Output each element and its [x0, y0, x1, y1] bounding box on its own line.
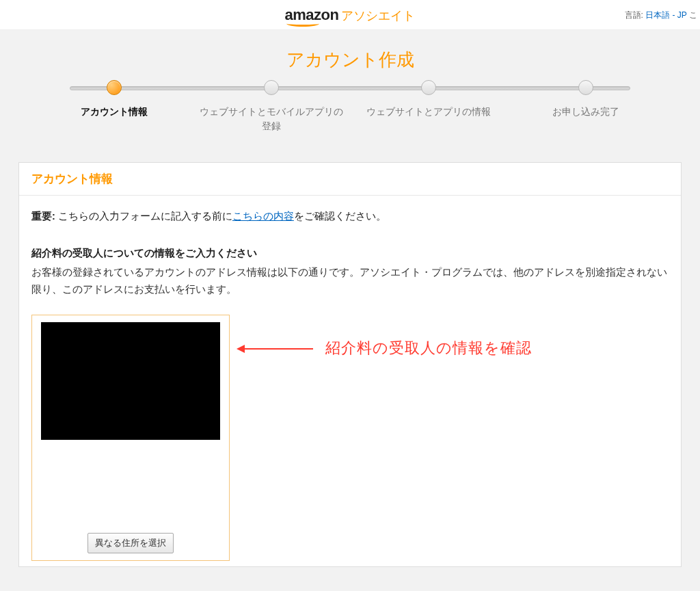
- annotation-text: 紹介料の受取人の情報を確認: [325, 335, 532, 362]
- card-title: アカウント情報: [31, 171, 669, 187]
- top-header: amazon アソシエイト 言語: 日本語 - JP こ: [0, 0, 700, 30]
- language-label: 言語:: [625, 10, 643, 20]
- step-label: お申し込み完了: [511, 105, 661, 119]
- step-label: ウェブサイトとアプリの情報: [353, 105, 504, 119]
- important-notice: 重要: こちらの入力フォームに記入する前にこちらの内容をご確認ください。: [31, 208, 669, 225]
- step-label: アカウント情報: [39, 105, 189, 119]
- important-label: 重要:: [31, 211, 55, 222]
- step-dot-icon: [578, 80, 593, 95]
- address-redacted-block: [41, 322, 220, 440]
- page-title: アカウント作成: [0, 48, 700, 72]
- step-dot-icon: [264, 80, 279, 95]
- address-card[interactable]: 異なる住所を選択: [31, 315, 230, 561]
- important-text-post: をご確認ください。: [294, 211, 386, 222]
- annotation-callout: 紹介料の受取人の情報を確認: [243, 335, 532, 362]
- step-account-info[interactable]: アカウント情報: [39, 80, 189, 133]
- account-info-card: アカウント情報 重要: こちらの入力フォームに記入する前にこちらの内容をご確認く…: [18, 162, 682, 567]
- step-website-registration[interactable]: ウェブサイトとモバイルアプリの登録: [196, 80, 347, 133]
- choose-different-address-button[interactable]: 異なる住所を選択: [88, 533, 174, 553]
- important-link[interactable]: こちらの内容: [232, 211, 294, 222]
- language-switcher[interactable]: 言語: 日本語 - JP こ: [625, 10, 697, 21]
- step-dot-icon: [107, 80, 122, 95]
- card-body: 重要: こちらの入力フォームに記入する前にこちらの内容をご確認ください。 紹介料…: [19, 196, 681, 566]
- logo-amazon: amazon: [285, 6, 339, 24]
- logo-associate: アソシエイト: [341, 8, 415, 24]
- step-complete[interactable]: お申し込み完了: [511, 80, 661, 133]
- step-website-info[interactable]: ウェブサイトとアプリの情報: [353, 80, 504, 133]
- language-extra-char: こ: [689, 10, 697, 20]
- payee-info-title: 紹介料の受取人についての情報をご入力ください: [31, 244, 669, 262]
- step-label: ウェブサイトとモバイルアプリの登録: [196, 105, 347, 133]
- progress-stepper: アカウント情報 ウェブサイトとモバイルアプリの登録 ウェブサイトとアプリの情報 …: [39, 80, 661, 135]
- payee-info-description: お客様の登録されているアカウントのアドレス情報は以下の通りです。アソシエイト・プ…: [31, 264, 669, 299]
- address-area: 異なる住所を選択 紹介料の受取人の情報を確認: [31, 315, 669, 561]
- card-header: アカウント情報: [19, 163, 681, 196]
- important-text-pre: こちらの入力フォームに記入する前に: [55, 211, 232, 222]
- language-link: 日本語 - JP: [645, 10, 686, 20]
- logo[interactable]: amazon アソシエイト: [285, 6, 416, 24]
- arrow-left-icon: [238, 348, 313, 350]
- stepper-nodes: アカウント情報 ウェブサイトとモバイルアプリの登録 ウェブサイトとアプリの情報 …: [39, 80, 661, 133]
- step-dot-icon: [421, 80, 436, 95]
